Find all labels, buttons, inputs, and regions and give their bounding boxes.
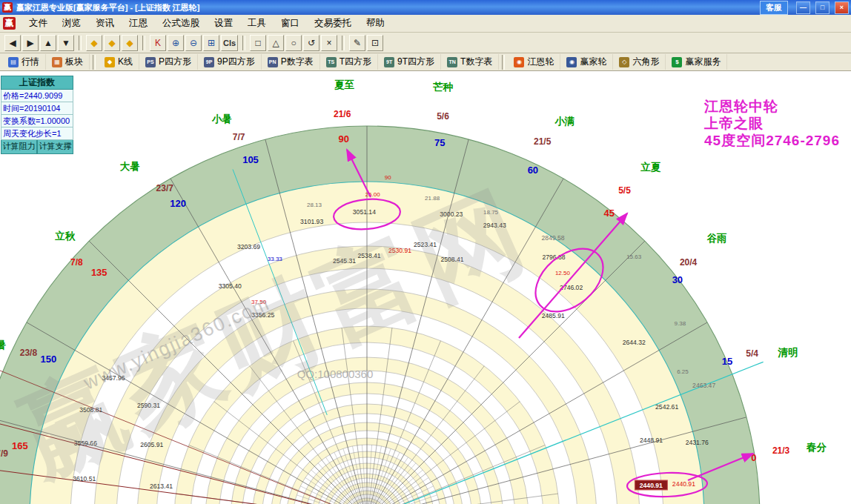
- panel-row-3: 周天变化步长=1: [1, 127, 73, 140]
- solar-term-label: 芒种: [433, 82, 454, 93]
- toolbar-button-0[interactable]: ◀: [4, 35, 21, 51]
- solar-term-label: 谷雨: [706, 233, 728, 244]
- annotation-line-2: 上帝之眼: [704, 115, 840, 132]
- module-button-12[interactable]: ◉赢家轮: [560, 54, 613, 70]
- panel-row-2: 变换系数=1.00000: [1, 115, 73, 127]
- module-button-8[interactable]: 9T9T四方形: [378, 54, 441, 70]
- close-button[interactable]: ×: [835, 1, 849, 14]
- 赢家服务-icon: $: [672, 57, 682, 67]
- menu-item-8[interactable]: 交易委托: [307, 15, 359, 32]
- wheel-price-value: 2849.58: [542, 234, 565, 242]
- 板块-icon: ▦: [52, 57, 62, 67]
- toolbar-button-12[interactable]: ⊞: [203, 35, 219, 51]
- calc-button-0[interactable]: 计算阻力: [1, 140, 37, 154]
- toolbar-button-3[interactable]: ▼: [58, 35, 74, 51]
- toolbar-button-9[interactable]: K: [150, 35, 166, 51]
- toolbar-button-13[interactable]: Cls: [221, 35, 238, 51]
- date-label: 7/7: [233, 132, 245, 142]
- wheel-price-value: 2613.41: [150, 483, 173, 490]
- wheel-price-value: 2440.91: [672, 480, 695, 488]
- degree-label: 105: [242, 154, 259, 165]
- panel-row-0: 价格=2440.9099: [1, 90, 73, 102]
- toolbar-button-2[interactable]: ▲: [40, 35, 56, 51]
- toolbar-button-22[interactable]: ⊡: [367, 35, 383, 51]
- menu-item-6[interactable]: 工具: [240, 15, 274, 32]
- module-label: P数字表: [281, 56, 314, 68]
- chart-area: 3610.513559.663508.813457.963356.253305.…: [0, 71, 851, 504]
- toolbar-button-10[interactable]: ⊕: [168, 35, 184, 51]
- menu-items: 文件浏览资讯江恩公式选股设置工具窗口交易委托帮助: [21, 15, 392, 32]
- date-label: 21/6: [334, 109, 351, 119]
- tool-bar-modules: ▤行情▦板块◆K线PSP四方形9P9P四方形PNP数字表TST四方形9T9T四方…: [0, 53, 851, 71]
- minimize-button[interactable]: —: [796, 1, 810, 14]
- watermark-qq: QQ:100800360: [297, 368, 374, 380]
- menu-item-9[interactable]: 帮助: [359, 15, 392, 32]
- wheel-price-value: 2431.76: [686, 439, 709, 446]
- menu-item-5[interactable]: 设置: [207, 15, 240, 32]
- menu-item-7[interactable]: 窗口: [274, 15, 307, 32]
- toolbar-button-19[interactable]: ×: [321, 35, 337, 51]
- menu-item-1[interactable]: 浏览: [55, 15, 88, 32]
- toolbar-button-7[interactable]: ◆: [122, 35, 138, 51]
- wheel-fraction-value: 12.50: [555, 270, 571, 276]
- wheel-fraction-value: 33.33: [268, 256, 283, 262]
- wheel-fraction-value: 15.63: [626, 253, 642, 260]
- solar-term-label: 立秋: [54, 230, 76, 242]
- toolbar-button-15[interactable]: □: [250, 35, 266, 51]
- toolbar-button-5[interactable]: ◆: [86, 35, 102, 51]
- customer-service-button[interactable]: 客服: [760, 1, 788, 15]
- toolbar-separator: [342, 36, 345, 50]
- module-button-9[interactable]: TNT数字表: [441, 54, 499, 70]
- date-label: 5/6: [437, 111, 449, 122]
- module-label: T四方形: [340, 56, 371, 68]
- toolbar-button-11[interactable]: ⊖: [185, 35, 202, 51]
- degree-label: 75: [434, 137, 445, 148]
- app-icon: 赢: [2, 2, 13, 13]
- module-label: K线: [118, 56, 133, 68]
- module-button-5[interactable]: 9P9P四方形: [198, 54, 262, 70]
- module-button-13[interactable]: ◇六角形: [613, 54, 666, 70]
- module-button-0[interactable]: ▤行情: [2, 54, 46, 70]
- solar-term-label: 立夏: [640, 161, 661, 173]
- menu-item-2[interactable]: 资讯: [88, 15, 122, 32]
- date-label: 23/7: [156, 183, 174, 193]
- solar-term-label: 小满: [554, 116, 574, 127]
- module-button-14[interactable]: $赢家服务: [666, 54, 727, 70]
- toolbar-button-6[interactable]: ◆: [104, 35, 120, 51]
- date-label: 21/5: [534, 136, 552, 147]
- module-button-7[interactable]: TST四方形: [320, 54, 378, 70]
- degree-label: 60: [528, 165, 538, 176]
- wheel-fraction-value: 9.38: [675, 320, 686, 327]
- T四方形-icon: TS: [326, 57, 337, 67]
- 9P四方形-icon: 9P: [204, 57, 214, 67]
- degree-label: 30: [672, 274, 683, 285]
- wheel-price-value: 2463.47: [692, 382, 715, 389]
- module-label: 9P四方形: [217, 56, 255, 68]
- date-label: 21/3: [772, 445, 790, 456]
- wheel-fraction-value: 90: [385, 174, 391, 181]
- toolbar-button-1[interactable]: ▶: [22, 35, 39, 51]
- toolbar-button-18[interactable]: ↺: [303, 35, 319, 51]
- menu-item-0[interactable]: 文件: [21, 15, 55, 32]
- solar-term-label: 清明: [777, 347, 798, 358]
- module-button-1[interactable]: ▦板块: [46, 54, 90, 70]
- date-label: 23/8: [20, 348, 38, 358]
- 六角形-icon: ◇: [619, 57, 629, 67]
- module-button-4[interactable]: PSP四方形: [139, 54, 198, 70]
- module-button-6[interactable]: PNP数字表: [262, 54, 320, 70]
- T数字表-icon: TN: [447, 57, 457, 67]
- calc-button-1[interactable]: 计算支撑: [37, 140, 73, 154]
- module-label: 赢家轮: [580, 56, 606, 68]
- wheel-price-value: 2485.91: [542, 312, 565, 319]
- toolbar-button-17[interactable]: ○: [285, 35, 302, 51]
- menu-item-3[interactable]: 江恩: [122, 15, 155, 32]
- module-button-3[interactable]: ◆K线: [99, 54, 139, 70]
- maximize-button[interactable]: □: [815, 1, 830, 14]
- module-label: 板块: [65, 56, 83, 68]
- wheel-fraction-value: 28.13: [307, 202, 322, 208]
- toolbar-button-21[interactable]: ✎: [349, 35, 365, 51]
- toolbar-button-16[interactable]: △: [268, 35, 284, 51]
- module-button-11[interactable]: ◉江恩轮: [508, 54, 560, 70]
- menu-bar: 赢 文件浏览资讯江恩公式选股设置工具窗口交易委托帮助: [0, 15, 851, 33]
- menu-item-4[interactable]: 公式选股: [155, 15, 207, 32]
